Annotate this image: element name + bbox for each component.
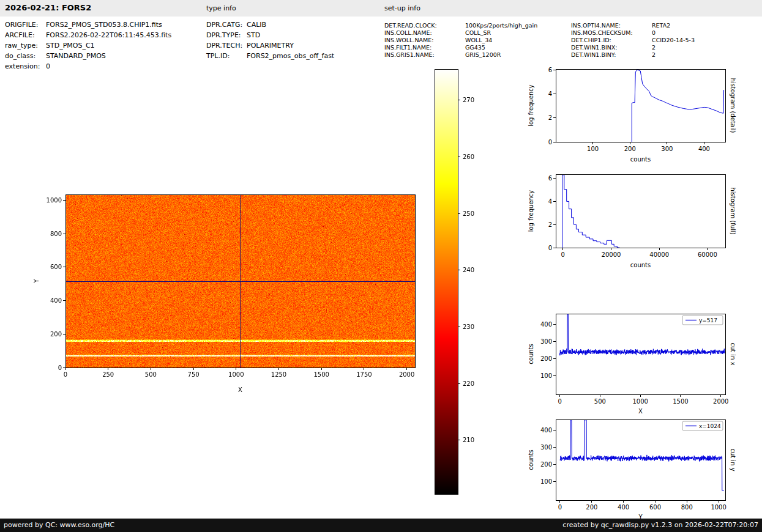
field-det-read-clock: DET.READ.CLOCK:100Kps/2ports/high_gain [384, 22, 537, 29]
field-ins-woll-name: INS.WOLL.NAME:WOLL_34 [384, 37, 492, 43]
field-value: 0 [46, 62, 50, 70]
field-label: INS.COLL.NAME: [384, 29, 465, 36]
field-value: FORS2_pmos_obs_off_fast [247, 52, 334, 60]
svg-text:log frequency: log frequency [528, 190, 534, 232]
field-label: DET.READ.CLOCK: [384, 22, 465, 29]
svg-text:0: 0 [58, 364, 62, 371]
svg-text:400: 400 [50, 297, 62, 304]
field-ins-mos-checksum: INS.MOS.CHECKSUM:0 [571, 29, 656, 36]
svg-text:0: 0 [561, 251, 565, 258]
field-value: WOLL_34 [465, 37, 492, 43]
svg-text:250: 250 [102, 371, 114, 378]
svg-text:2: 2 [548, 114, 552, 121]
field-value: CALIB [247, 21, 266, 29]
top-header-bar: 2026-02-21: FORS2 type info set-up info [0, 0, 762, 17]
field-det-win1-biny: DET.WIN1.BINY:2 [571, 51, 656, 58]
svg-text:200: 200 [624, 146, 636, 152]
svg-text:100: 100 [587, 146, 599, 152]
svg-text:1250: 1250 [271, 371, 286, 378]
field-do-class: do_class:STANDARD_PMOS [5, 52, 106, 60]
report-title: 2026-02-21: FORS2 [5, 3, 91, 12]
svg-text:1000: 1000 [711, 504, 726, 511]
field-value: COLL_SR [465, 29, 491, 36]
svg-text:1000: 1000 [47, 197, 62, 204]
histogram-detail-plot: 1002003004000246countslog frequencyhisto… [525, 64, 741, 169]
svg-text:40000: 40000 [649, 251, 669, 258]
field-value: GG435 [465, 44, 485, 51]
field-label: INS.OPTI4.NAME: [571, 22, 652, 29]
svg-text:cut in x: cut in x [730, 342, 736, 365]
svg-text:counts: counts [528, 449, 534, 470]
svg-text:1000: 1000 [228, 371, 244, 378]
svg-text:210: 210 [463, 437, 474, 443]
field-value: STD [247, 31, 260, 39]
field-dpr-catg: DPR.CATG:CALIB [206, 21, 266, 29]
svg-text:300: 300 [540, 338, 552, 345]
field-value: STANDARD_PMOS [46, 52, 106, 60]
field-value: GRIS_1200R [465, 51, 501, 58]
field-label: DPR.TYPE: [206, 31, 247, 39]
svg-text:600: 600 [649, 504, 661, 511]
svg-text:500: 500 [594, 398, 606, 405]
svg-text:500: 500 [145, 371, 157, 378]
svg-text:250: 250 [463, 210, 474, 217]
svg-text:800: 800 [681, 504, 693, 511]
svg-text:2000: 2000 [713, 398, 728, 405]
svg-text:100: 100 [540, 372, 552, 379]
field-label: ORIGFILE: [5, 21, 46, 29]
field-arcfile: ARCFILE:FORS2.2026-02-22T06:11:45.453.fi… [5, 31, 171, 39]
svg-text:0: 0 [558, 504, 562, 511]
svg-text:4: 4 [548, 91, 552, 97]
svg-text:200: 200 [50, 331, 62, 338]
svg-text:60000: 60000 [698, 251, 717, 258]
footer-left-text: powered by QC: www.eso.org/HC [4, 521, 114, 529]
raw-image-axes: 0250500750100012501500175020000200400600… [24, 183, 441, 407]
field-ins-coll-name: INS.COLL.NAME:COLL_SR [384, 29, 491, 36]
svg-text:1500: 1500 [673, 398, 688, 405]
svg-text:counts: counts [630, 156, 651, 163]
svg-text:240: 240 [463, 267, 474, 273]
field-origfile: ORIGFILE:FORS2_PMOS_STD053.8.CHIP1.fits [5, 21, 162, 29]
field-det-chip1-id: DET.CHIP1.ID:CCID20-14-5-3 [571, 37, 695, 43]
field-value: 2 [652, 44, 656, 51]
svg-text:log frequency: log frequency [528, 84, 534, 127]
field-value: CCID20-14-5-3 [652, 37, 695, 43]
field-label: DPR.CATG: [206, 21, 247, 29]
svg-text:histogram (full): histogram (full) [730, 187, 736, 234]
field-label: INS.MOS.CHECKSUM: [571, 29, 652, 36]
svg-text:1000: 1000 [632, 398, 648, 405]
field-value: POLARIMETRY [247, 42, 294, 50]
svg-text:counts: counts [630, 262, 651, 268]
svg-text:400: 400 [540, 321, 552, 328]
svg-text:200: 200 [540, 355, 552, 362]
field-label: INS.WOLL.NAME: [384, 37, 465, 43]
svg-text:1500: 1500 [313, 371, 329, 378]
field-label: TPL.ID: [206, 52, 247, 60]
cut-in-x-plot: 0500100015002000100200300400Xcountscut i… [525, 309, 741, 417]
footer-right-text: created by qc_rawdisp.py v1.2.3 on 2026-… [562, 521, 758, 529]
field-tpl-id: TPL.ID:FORS2_pmos_obs_off_fast [206, 52, 334, 60]
svg-text:6: 6 [548, 175, 552, 182]
svg-text:300: 300 [540, 444, 552, 451]
field-ins-filt1-name: INS.FILT1.NAME:GG435 [384, 44, 485, 51]
svg-text:0: 0 [558, 398, 561, 405]
svg-text:y=517: y=517 [699, 317, 717, 323]
field-dpr-tech: DPR.TECH:POLARIMETRY [206, 42, 294, 50]
qc-rawdisp-report: 2026-02-21: FORS2 type info set-up info … [0, 0, 762, 532]
svg-text:6: 6 [548, 67, 552, 73]
svg-text:220: 220 [463, 380, 474, 387]
svg-text:Y: Y [33, 279, 40, 284]
field-value: FORS2_PMOS_STD053.8.CHIP1.fits [46, 21, 162, 29]
svg-text:260: 260 [463, 153, 474, 160]
svg-text:cut in y: cut in y [730, 448, 736, 471]
svg-text:0: 0 [64, 371, 67, 378]
svg-text:X: X [638, 408, 643, 415]
field-label: INS.GRIS1.NAME: [384, 51, 465, 58]
svg-text:histogram (detail): histogram (detail) [730, 78, 736, 133]
svg-text:400: 400 [618, 504, 629, 511]
field-value: RETA2 [652, 22, 670, 29]
histogram-full-plot: 02000040000600000246countslog frequencyh… [525, 169, 741, 275]
field-value: STD_PMOS_C1 [46, 42, 95, 50]
svg-text:1750: 1750 [356, 371, 372, 378]
field-ins-opti4-name: INS.OPTI4.NAME:RETA2 [571, 22, 670, 29]
